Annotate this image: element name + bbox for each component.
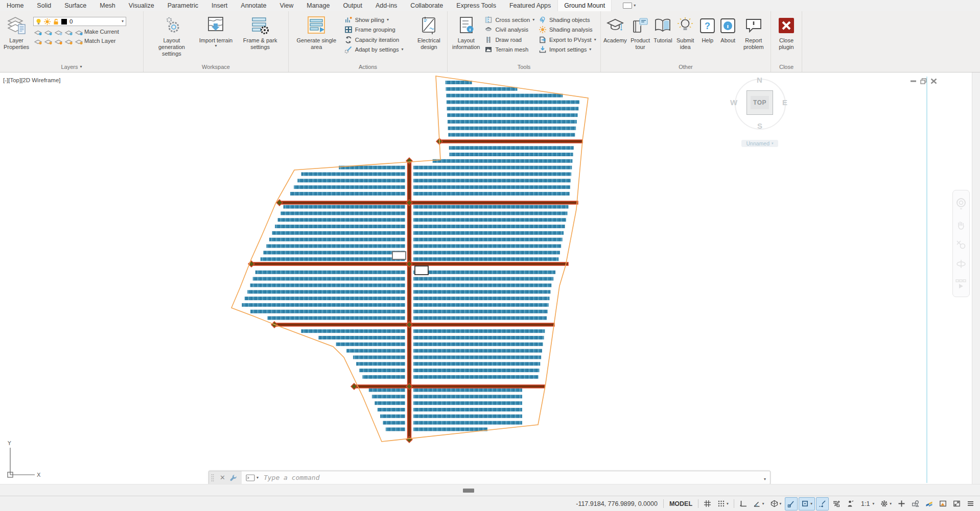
tab-home[interactable]: Home bbox=[0, 0, 30, 11]
match-layer-button[interactable]: Match Layer bbox=[84, 38, 116, 44]
polar-tracking-icon[interactable]: ▾ bbox=[751, 497, 767, 510]
import-terrain-button[interactable]: Import terrain▾ bbox=[198, 13, 234, 62]
report-problem-button[interactable]: Report problem bbox=[738, 13, 769, 62]
viewcube-west[interactable]: W bbox=[730, 98, 737, 107]
academy-button[interactable]: Academy bbox=[602, 13, 628, 62]
object-snap-icon[interactable]: ▾ bbox=[799, 497, 815, 510]
layer-off-icon[interactable] bbox=[33, 28, 42, 35]
frame-park-settings-button[interactable]: Frame & park settings bbox=[237, 13, 283, 62]
layer-thaw-icon[interactable] bbox=[54, 37, 63, 44]
tab-collaborate[interactable]: Collaborate bbox=[404, 0, 450, 11]
submit-idea-button[interactable]: Submit idea bbox=[673, 13, 697, 62]
viewcube-south[interactable]: S bbox=[757, 121, 762, 130]
full-navigation-wheel-icon[interactable] bbox=[955, 198, 967, 211]
tab-manage[interactable]: Manage bbox=[300, 0, 336, 11]
object-snap-tracking-icon[interactable] bbox=[816, 497, 829, 510]
command-input[interactable]: Type a command bbox=[259, 474, 760, 481]
workspace-switching-icon[interactable]: ▾ bbox=[878, 497, 894, 510]
tab-insert[interactable]: Insert bbox=[205, 0, 234, 11]
horizontal-scrollbar-handle[interactable] bbox=[463, 489, 474, 493]
layer-lock-icon[interactable] bbox=[64, 28, 73, 35]
navigation-bar[interactable] bbox=[952, 190, 970, 297]
annotation-visibility-icon[interactable] bbox=[844, 497, 856, 510]
ribbon-item-export-to-pvsyst[interactable]: Export to PVsyst▾ bbox=[537, 35, 599, 45]
ribbon-item-show-piling[interactable]: Show piling▾ bbox=[343, 15, 412, 25]
viewport-minimize-icon[interactable] bbox=[910, 78, 917, 84]
ribbon-item-import-settings[interactable]: Import settings▾ bbox=[537, 45, 599, 55]
viewcube-east[interactable]: E bbox=[782, 98, 787, 107]
ribbon-item-draw-road[interactable]: Draw road bbox=[483, 35, 536, 45]
layout-information-button[interactable]: Layout information bbox=[449, 13, 483, 62]
vertical-scrollbar[interactable] bbox=[972, 72, 980, 484]
viewcube[interactable]: N W E S TOP Unnamed▾ bbox=[729, 75, 790, 152]
layer-freeze-icon[interactable] bbox=[54, 28, 63, 35]
tab-add-ins[interactable]: Add-ins bbox=[369, 0, 404, 11]
electrical-design-button[interactable]: Electrical design bbox=[412, 13, 446, 62]
about-button[interactable]: About bbox=[718, 13, 738, 62]
snap-mode-icon[interactable]: ▾ bbox=[715, 497, 731, 510]
close-plugin-button[interactable]: Close plugin bbox=[773, 13, 800, 62]
layer-properties-button[interactable]: Layer Properties bbox=[2, 13, 31, 62]
generate-single-area-button[interactable]: Generate single area bbox=[290, 13, 343, 62]
grid-display-icon[interactable] bbox=[701, 497, 714, 510]
tab-surface[interactable]: Surface bbox=[58, 0, 93, 11]
ribbon-item-frame-grouping[interactable]: Frame grouping bbox=[343, 25, 412, 35]
ribbon-item-shading-objects[interactable]: Shading objects bbox=[537, 15, 599, 25]
tab-mesh[interactable]: Mesh bbox=[93, 0, 122, 11]
layer-isolate-icon[interactable] bbox=[43, 28, 53, 35]
horizontal-scrollbar[interactable] bbox=[0, 484, 980, 496]
ribbon-item-adapt-by-settings[interactable]: Adapt by settings▾ bbox=[343, 45, 412, 55]
help-button[interactable]: ?Help bbox=[697, 13, 718, 62]
isometric-drafting-icon[interactable]: ▾ bbox=[768, 497, 784, 510]
layout-generation-settings-button[interactable]: Layout generation settings bbox=[149, 13, 195, 62]
pan-icon[interactable] bbox=[955, 220, 967, 231]
command-close-icon[interactable]: ✕ bbox=[220, 474, 225, 481]
hardware-acceleration-icon[interactable] bbox=[923, 497, 936, 510]
fullscreen-icon[interactable] bbox=[950, 497, 963, 510]
layer-on-icon[interactable] bbox=[33, 37, 42, 44]
tab-solid[interactable]: Solid bbox=[30, 0, 58, 11]
viewcube-north[interactable]: N bbox=[757, 76, 762, 84]
tab-featured-apps[interactable]: Featured Apps bbox=[503, 0, 557, 11]
layer-unlock-all-icon[interactable] bbox=[64, 37, 73, 44]
viewport-controls-label[interactable]: [-][Top][2D Wireframe] bbox=[3, 77, 60, 83]
tutorial-button[interactable]: Tutorial bbox=[652, 13, 673, 62]
command-customize-wrench-icon[interactable] bbox=[229, 474, 238, 482]
command-history-toggle-icon[interactable]: ▾ bbox=[760, 473, 770, 482]
model-space-button[interactable]: MODEL bbox=[666, 500, 696, 507]
zoom-icon[interactable] bbox=[955, 239, 967, 250]
viewport-close-icon[interactable] bbox=[930, 78, 937, 84]
dynamic-input-icon[interactable] bbox=[830, 497, 843, 510]
ribbon-item-terrain-mesh[interactable]: Terrain mesh bbox=[483, 45, 536, 55]
tab-annotate[interactable]: Annotate bbox=[234, 0, 273, 11]
command-line-palette[interactable]: ✕ ▾ Type a command ▾ bbox=[208, 471, 771, 484]
layer-select[interactable]: 0 ▾ bbox=[33, 17, 126, 26]
ribbon-item-cross-section[interactable]: Cross section▾ bbox=[483, 15, 536, 25]
command-grip-icon[interactable] bbox=[209, 471, 216, 484]
solar-layout-drawing[interactable]: YX bbox=[0, 72, 972, 484]
tab-ground-mount[interactable]: Ground Mount bbox=[557, 0, 612, 11]
tab-visualize[interactable]: Visualize bbox=[122, 0, 161, 11]
customization-menu-icon[interactable] bbox=[964, 497, 977, 510]
drawing-area[interactable]: [-][Top][2D Wireframe] YX N W E S TOP Un… bbox=[0, 72, 972, 484]
tab-express-tools[interactable]: Express Tools bbox=[450, 0, 503, 11]
product-tour-button[interactable]: Product tour bbox=[628, 13, 652, 62]
make-current-button[interactable]: Make Current bbox=[84, 29, 119, 35]
coordinates-display[interactable]: -117.9184, 776.9899, 0.0000 bbox=[572, 500, 661, 507]
ribbon-item-civil-analysis[interactable]: Civil analysis bbox=[483, 25, 536, 35]
recent-commands-button[interactable]: ▾ bbox=[246, 474, 259, 481]
tab-parametric[interactable]: Parametric bbox=[161, 0, 205, 11]
clean-screen-icon[interactable] bbox=[937, 497, 949, 510]
annotation-monitor-icon[interactable] bbox=[895, 497, 908, 510]
tab-output[interactable]: Output bbox=[336, 0, 369, 11]
viewport-restore-icon[interactable] bbox=[920, 78, 927, 84]
orbit-icon[interactable] bbox=[955, 258, 967, 270]
isolate-objects-icon[interactable] bbox=[909, 497, 922, 510]
annotation-scale-button[interactable]: 1:1▾ bbox=[857, 497, 877, 510]
ribbon-display-toggle-icon[interactable]: ▾ bbox=[619, 0, 640, 11]
osnap-angle-icon[interactable] bbox=[785, 497, 798, 510]
ortho-mode-icon[interactable] bbox=[737, 497, 750, 510]
tab-view[interactable]: View bbox=[273, 0, 300, 11]
ribbon-item-shading-analysis[interactable]: Shading analysis bbox=[537, 25, 599, 35]
ribbon-item-capacity-iteration[interactable]: Capacity iteration bbox=[343, 35, 412, 45]
